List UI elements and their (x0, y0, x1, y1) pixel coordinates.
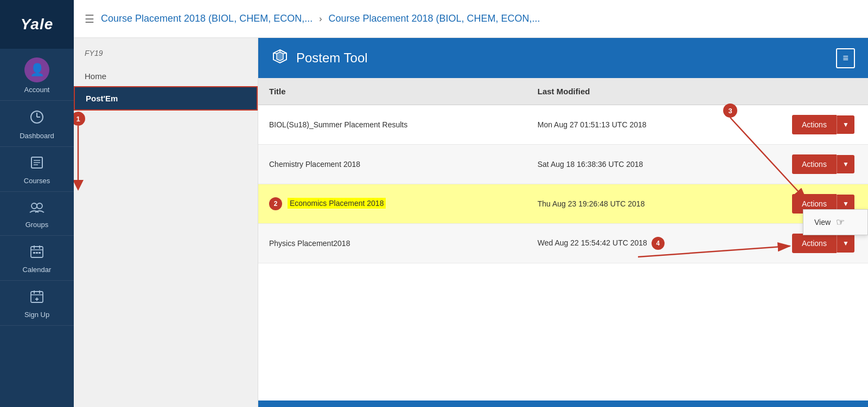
row2-actions-dropdown[interactable]: ▼ (837, 155, 854, 173)
row3-modified: Thu Aug 23 19:26:48 UTC 2018 (527, 184, 781, 224)
breadcrumb-bar: ☰ Course Placement 2018 (BIOL, CHEM, ECO… (74, 0, 868, 38)
breadcrumb-separator: › (319, 14, 322, 24)
svg-marker-19 (277, 52, 283, 61)
row2-actions-container: Actions ▼ (792, 154, 854, 174)
tool-header: Postem Tool ≡ (258, 38, 868, 78)
logo-text: Yale (21, 16, 54, 33)
sidebar-item-dashboard-label: Dashboard (20, 132, 54, 140)
row1-modified: Mon Aug 27 01:51:13 UTC 2018 (527, 105, 781, 145)
sidebar-item-signup[interactable]: Sign Up (0, 281, 74, 326)
postem-tool-icon (271, 48, 289, 68)
svg-point-6 (37, 203, 42, 209)
table-wrapper: Title Last Modified BIOL(Su18)_Summer Pl… (258, 78, 868, 400)
sidebar-item-groups[interactable]: Groups (0, 192, 74, 236)
row2-actions-cell: Actions ▼ (781, 145, 868, 184)
main-wrapper: ☰ Course Placement 2018 (BIOL, CHEM, ECO… (74, 0, 868, 407)
table-header-row: Title Last Modified (258, 78, 868, 105)
table-row-highlighted: 2 Economics Placement 2018 Thu Aug 23 19… (258, 184, 868, 224)
annotation-4: 4 (652, 237, 665, 250)
cursor-pointer-icon: ☞ (836, 216, 845, 228)
sub-sidebar-label: FY19 (74, 49, 258, 66)
annotation-2: 2 (269, 197, 282, 210)
col-title: Title (258, 78, 527, 105)
col-last-modified: Last Modified (527, 78, 781, 105)
row3-actions-cell: Actions ▼ View ☞ (781, 184, 868, 224)
tool-title: Postem Tool (296, 50, 368, 66)
annotation-1: 1 (74, 112, 85, 126)
svg-rect-11 (33, 252, 35, 254)
courses-icon (30, 156, 44, 173)
sidebar-item-courses[interactable]: Courses (0, 147, 74, 192)
svg-line-21 (283, 53, 286, 54)
tool-menu-button[interactable]: ≡ (836, 48, 855, 68)
row1-title: BIOL(Su18)_Summer Placement Results (258, 105, 527, 145)
row1-actions-cell: Actions ▼ (781, 105, 868, 145)
row1-actions-dropdown[interactable]: ▼ (837, 115, 854, 134)
hamburger-icon[interactable]: ☰ (85, 12, 94, 25)
dashboard-icon (29, 109, 44, 128)
row2-title: Chemistry Placement 2018 (258, 145, 527, 184)
breadcrumb-second[interactable]: Course Placement 2018 (BIOL, CHEM, ECON,… (328, 13, 540, 24)
table-area: Title Last Modified BIOL(Su18)_Summer Pl… (258, 78, 868, 400)
sub-sidebar-link-postem[interactable]: Post'Em 1 (74, 86, 258, 111)
table-row: BIOL(Su18)_Summer Placement Results Mon … (258, 105, 868, 145)
bottom-scrollbar[interactable] (258, 400, 868, 407)
row1-actions-container: Actions ▼ (792, 115, 854, 134)
dropdown-view-item[interactable]: View ☞ (803, 210, 867, 235)
svg-rect-13 (39, 252, 41, 254)
breadcrumb-first[interactable]: Course Placement 2018 (BIOL, CHEM, ECON,… (101, 13, 312, 24)
calendar-icon (30, 244, 44, 262)
row4-modified: Wed Aug 22 15:54:42 UTC 2018 4 (527, 224, 781, 263)
table-row: Physics Placement2018 Wed Aug 22 15:54:4… (258, 224, 868, 263)
account-avatar-icon: 👤 (24, 57, 49, 82)
sidebar-item-account[interactable]: 👤 Account (0, 49, 74, 101)
sidebar-item-dashboard[interactable]: Dashboard (0, 101, 74, 147)
sidebar-item-groups-label: Groups (25, 221, 49, 229)
left-sidebar: Yale 👤 Account Dashboard Courses (0, 0, 74, 407)
tool-header-left: Postem Tool (271, 48, 368, 68)
actions-dropdown-menu: View ☞ (803, 209, 868, 235)
main-panel: Postem Tool ≡ Title Last Modified (258, 38, 868, 407)
signup-icon (30, 289, 44, 307)
svg-point-5 (31, 203, 37, 209)
row3-title: 2 Economics Placement 2018 (258, 184, 527, 224)
row2-modified: Sat Aug 18 16:38:36 UTC 2018 (527, 145, 781, 184)
svg-rect-12 (36, 252, 38, 254)
sidebar-item-calendar[interactable]: Calendar (0, 236, 74, 281)
content-area: FY19 Home Post'Em 1 (74, 38, 868, 407)
svg-line-20 (273, 53, 277, 54)
sidebar-item-calendar-label: Calendar (23, 266, 52, 274)
sidebar-item-courses-label: Courses (24, 177, 50, 185)
groups-icon (29, 201, 45, 217)
app-logo: Yale (0, 0, 74, 49)
table-row: Chemistry Placement 2018 Sat Aug 18 16:3… (258, 145, 868, 184)
col-actions (781, 78, 868, 105)
sub-sidebar: FY19 Home Post'Em 1 (74, 38, 258, 407)
row4-title: Physics Placement2018 (258, 224, 527, 263)
row1-actions-button[interactable]: Actions (792, 115, 837, 134)
sidebar-item-account-label: Account (24, 86, 50, 94)
postem-table: Title Last Modified BIOL(Su18)_Summer Pl… (258, 78, 868, 263)
row4-actions-container: Actions ▼ (792, 234, 854, 253)
row4-actions-dropdown[interactable]: ▼ (837, 234, 854, 253)
row2-actions-button[interactable]: Actions (792, 154, 837, 174)
row4-actions-button[interactable]: Actions (792, 234, 837, 253)
sub-sidebar-link-home[interactable]: Home (74, 66, 258, 86)
sidebar-item-signup-label: Sign Up (24, 311, 49, 319)
